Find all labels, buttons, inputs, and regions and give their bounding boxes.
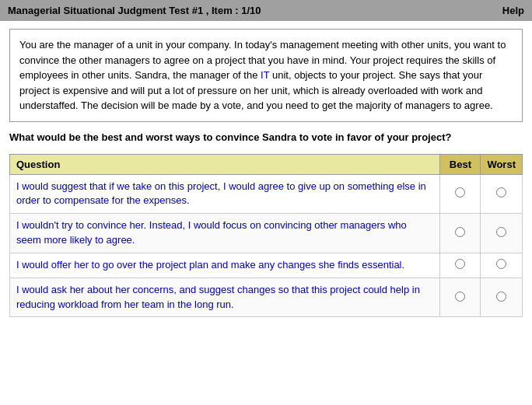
help-button[interactable]: Help: [502, 5, 524, 16]
best-radio-2[interactable]: [455, 227, 465, 237]
col-header-best: Best: [440, 154, 481, 174]
col-header-question: Question: [10, 154, 440, 174]
worst-radio-3[interactable]: [496, 259, 506, 269]
best-radio-cell-4[interactable]: [440, 278, 481, 317]
table-row: I would suggest that if we take on this …: [10, 174, 523, 214]
table-row: I would ask her about her concerns, and …: [10, 278, 523, 317]
main-content: You are the manager of a unit in your co…: [0, 21, 532, 325]
worst-radio-4[interactable]: [496, 292, 506, 302]
best-radio-cell-3[interactable]: [440, 253, 481, 278]
best-radio-cell-1[interactable]: [440, 174, 481, 214]
option-text-4: I would ask her about her concerns, and …: [10, 278, 440, 317]
page-title: Managerial Situational Judgment Test #1 …: [8, 5, 261, 16]
worst-radio-1[interactable]: [496, 187, 506, 197]
table-row: I wouldn't try to convince her. Instead,…: [10, 214, 523, 253]
page-header: Managerial Situational Judgment Test #1 …: [0, 0, 532, 21]
main-question: What would be the best and worst ways to…: [9, 131, 523, 143]
options-table: Question Best Worst I would suggest that…: [9, 154, 523, 318]
option-text-2: I wouldn't try to convince her. Instead,…: [10, 214, 440, 253]
option-text-1: I would suggest that if we take on this …: [10, 174, 440, 214]
worst-radio-2[interactable]: [496, 227, 506, 237]
col-header-worst: Worst: [481, 154, 523, 174]
worst-radio-cell-1[interactable]: [481, 174, 523, 214]
table-row: I would offer her to go over the project…: [10, 253, 523, 278]
option-text-3: I would offer her to go over the project…: [10, 253, 440, 278]
worst-radio-cell-4[interactable]: [481, 278, 523, 317]
scenario-highlight-it: IT: [261, 69, 269, 81]
worst-radio-cell-2[interactable]: [481, 214, 523, 253]
best-radio-3[interactable]: [455, 259, 465, 269]
scenario-box: You are the manager of a unit in your co…: [9, 29, 523, 122]
worst-radio-cell-3[interactable]: [481, 253, 523, 278]
best-radio-cell-2[interactable]: [440, 214, 481, 253]
best-radio-4[interactable]: [455, 292, 465, 302]
best-radio-1[interactable]: [455, 187, 465, 197]
table-header-row: Question Best Worst: [10, 154, 523, 174]
